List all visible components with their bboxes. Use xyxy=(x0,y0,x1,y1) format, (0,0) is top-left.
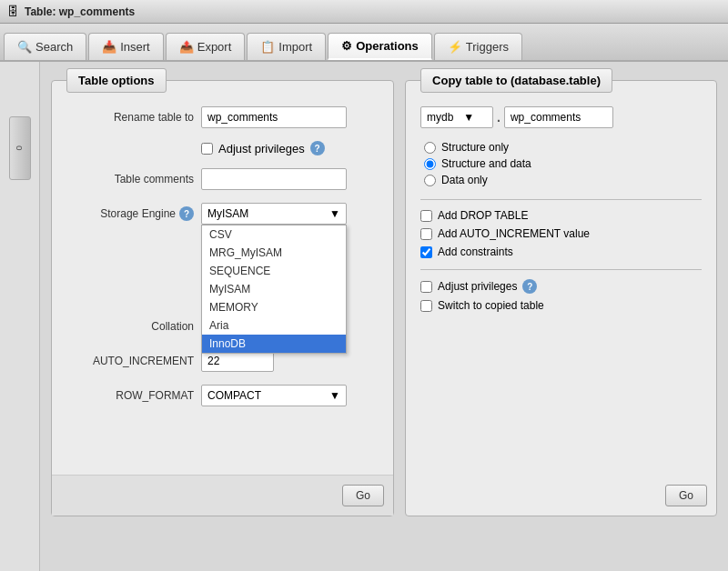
triggers-icon: ⚡ xyxy=(448,40,462,54)
copy-table-go-button[interactable]: Go xyxy=(665,485,707,506)
search-icon: 🔍 xyxy=(17,40,32,54)
row-format-row: ROW_FORMAT COMPACT ▼ xyxy=(66,385,379,406)
dot-separator: . xyxy=(497,110,500,125)
storage-engine-row: Storage Engine ? MyISAM ▼ CSV MRG_MyISAM… xyxy=(66,203,379,225)
rename-label: Rename table to xyxy=(66,111,194,124)
operations-icon: ⚙ xyxy=(341,39,352,53)
structure-data-label: Structure and data xyxy=(441,157,531,170)
option-memory[interactable]: MEMORY xyxy=(202,298,346,316)
structure-only-label: Structure only xyxy=(441,141,509,154)
copy-table-footer: Go xyxy=(406,476,716,516)
switch-copied-label: Switch to copied table xyxy=(438,299,544,312)
add-constraints-checkbox[interactable] xyxy=(420,246,432,258)
storage-engine-select[interactable]: MyISAM ▼ xyxy=(201,203,347,225)
copy-db-container: mydb ▼ xyxy=(420,106,493,128)
rename-input[interactable] xyxy=(201,106,347,128)
row-format-select[interactable]: COMPACT ▼ xyxy=(201,385,347,406)
tab-triggers[interactable]: ⚡ Triggers xyxy=(434,33,522,60)
add-drop-table-label: Add DROP TABLE xyxy=(438,209,528,222)
option-aria[interactable]: Aria xyxy=(202,316,346,335)
title-bar-icon: 🗄 xyxy=(7,5,19,18)
copy-db-arrow: ▼ xyxy=(463,111,474,124)
add-auto-increment-label: Add AUTO_INCREMENT value xyxy=(438,227,590,240)
adjust-privileges-label: Adjust privileges xyxy=(218,142,305,155)
table-options-footer: Go xyxy=(52,475,393,516)
nav-tabs: 🔍 Search 📥 Insert 📤 Export 📋 Import ⚙ Op… xyxy=(0,24,728,62)
add-drop-table-checkbox[interactable] xyxy=(420,210,432,222)
copy-table-title: Copy table to (database.table) xyxy=(420,68,612,93)
structure-only-radio[interactable] xyxy=(424,142,436,154)
option-myisam[interactable]: MyISAM xyxy=(202,280,346,298)
adjust-privileges-row: Adjust privileges ? xyxy=(201,141,379,155)
table-comments-row: Table comments xyxy=(66,168,379,190)
tab-search[interactable]: 🔍 Search xyxy=(4,33,86,60)
collation-label: Collation xyxy=(66,320,194,333)
add-constraints-label: Add constraints xyxy=(438,245,513,258)
tab-import[interactable]: 📋 Import xyxy=(247,33,326,60)
table-comments-label: Table comments xyxy=(66,173,194,185)
table-options-panel: Table options Rename table to Adjust pri… xyxy=(51,80,394,516)
add-drop-table-row: Add DROP TABLE xyxy=(420,209,702,222)
storage-engine-dropdown-container: MyISAM ▼ CSV MRG_MyISAM SEQUENCE MyISAM … xyxy=(201,203,347,225)
add-auto-increment-checkbox[interactable] xyxy=(420,228,432,240)
auto-increment-label: AUTO_INCREMENT xyxy=(66,355,194,367)
row-format-arrow: ▼ xyxy=(329,389,340,402)
storage-engine-help-icon[interactable]: ? xyxy=(179,206,194,221)
storage-engine-dropdown-list: CSV MRG_MyISAM SEQUENCE MyISAM MEMORY Ar… xyxy=(201,225,347,354)
adjust-privileges-checkbox[interactable] xyxy=(201,143,213,155)
storage-engine-label-container: Storage Engine ? xyxy=(66,206,194,221)
insert-icon: 📥 xyxy=(102,40,116,54)
option-mrg-myisam[interactable]: MRG_MyISAM xyxy=(202,244,346,262)
switch-copied-row: Switch to copied table xyxy=(420,299,702,312)
structure-data-row: Structure and data xyxy=(424,157,702,170)
add-constraints-row: Add constraints xyxy=(420,245,702,258)
copy-table-input[interactable] xyxy=(504,106,613,128)
copy-adjust-privileges-label: Adjust privileges xyxy=(438,280,517,293)
copy-db-select[interactable]: mydb ▼ xyxy=(420,106,493,128)
sidebar-button[interactable]: o xyxy=(9,116,31,180)
option-innodb[interactable]: InnoDB xyxy=(202,335,346,353)
structure-data-radio[interactable] xyxy=(424,158,436,170)
tab-export[interactable]: 📤 Export xyxy=(166,33,246,60)
rename-row: Rename table to xyxy=(66,106,379,128)
storage-engine-label: Storage Engine xyxy=(100,207,176,220)
tab-insert[interactable]: 📥 Insert xyxy=(88,33,164,60)
copy-table-panel: Copy table to (database.table) mydb ▼ . xyxy=(405,80,717,516)
copy-adjust-privileges-help-icon[interactable]: ? xyxy=(522,279,537,294)
table-options-title: Table options xyxy=(66,68,167,93)
table-comments-input[interactable] xyxy=(201,168,347,190)
divider2 xyxy=(420,269,702,270)
copy-destination-row: mydb ▼ . xyxy=(420,106,702,128)
copy-mode-group: Structure only Structure and data Data o… xyxy=(424,141,702,186)
tab-operations[interactable]: ⚙ Operations xyxy=(328,33,432,60)
adjust-privileges-help-icon[interactable]: ? xyxy=(310,141,325,155)
storage-engine-arrow: ▼ xyxy=(329,207,340,220)
option-csv[interactable]: CSV xyxy=(202,225,346,244)
import-icon: 📋 xyxy=(260,40,275,54)
add-auto-increment-row: Add AUTO_INCREMENT value xyxy=(420,227,702,240)
structure-only-row: Structure only xyxy=(424,141,702,154)
title-bar: 🗄 Table: wp_comments xyxy=(0,0,728,24)
copy-options-group: Add DROP TABLE Add AUTO_INCREMENT value … xyxy=(420,209,702,258)
data-only-radio[interactable] xyxy=(424,175,436,186)
switch-copied-checkbox[interactable] xyxy=(420,300,432,312)
data-only-row: Data only xyxy=(424,174,702,186)
copy-adjust-privileges-checkbox[interactable] xyxy=(420,281,432,293)
row-format-label: ROW_FORMAT xyxy=(66,389,194,402)
title-bar-text: Table: wp_comments xyxy=(25,5,135,18)
export-icon: 📤 xyxy=(179,40,194,54)
copy-adjust-privileges-row: Adjust privileges ? xyxy=(420,279,702,294)
table-options-go-button[interactable]: Go xyxy=(342,485,384,506)
option-sequence[interactable]: SEQUENCE xyxy=(202,262,346,280)
data-only-label: Data only xyxy=(441,174,488,186)
divider1 xyxy=(420,199,702,200)
